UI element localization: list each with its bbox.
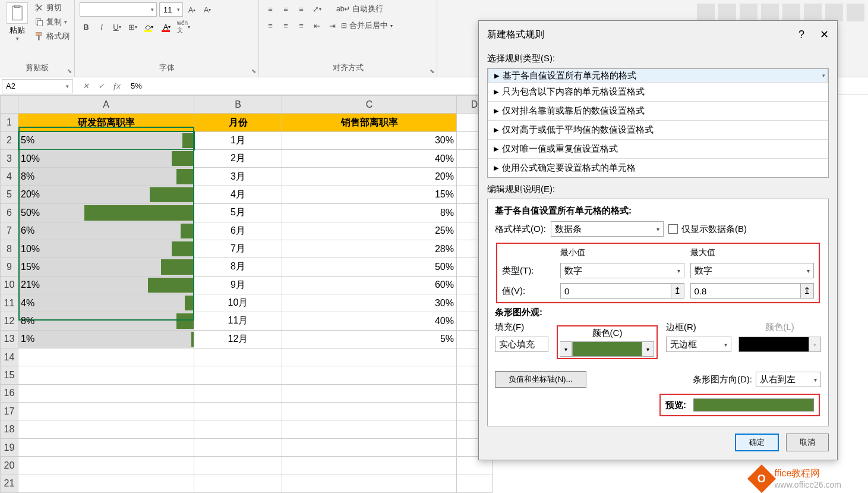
row-header[interactable]: 7 [1,222,18,240]
min-value-input[interactable]: 0 [560,283,671,299]
cell[interactable] [194,438,282,456]
row-header[interactable]: 9 [1,258,18,276]
cell[interactable] [282,438,457,456]
cell[interactable] [18,457,194,475]
font-size-select[interactable]: 11 [159,2,183,17]
cell[interactable]: 1月 [194,131,282,149]
row-header[interactable]: 19 [1,438,18,456]
row-header[interactable]: 13 [1,330,18,348]
wrap-text-button[interactable]: ab↵自动换行 [336,4,383,14]
cell[interactable]: 2月 [194,150,282,168]
cell[interactable]: 25% [282,222,457,240]
cell[interactable]: 50% [18,204,194,222]
negative-axis-button[interactable]: 负值和坐标轴(N)... [495,371,586,388]
cell[interactable]: 10% [18,240,194,258]
fill-color-button[interactable]: ◇▾ [141,20,157,33]
row-header[interactable]: 21 [1,475,18,492]
cell[interactable]: 10% [18,150,194,168]
cell[interactable]: 30% [282,294,457,312]
min-ref-button[interactable]: ↥ [671,283,684,299]
ribbon-icon[interactable] [825,4,843,21]
cell[interactable]: 40% [282,150,457,168]
select-all-corner[interactable] [1,96,18,114]
rule-type-item[interactable]: ▶ 仅对唯一值或重复值设置格式 [488,140,828,159]
cell[interactable]: 8% [282,204,457,222]
rule-type-list[interactable]: ▶ 基于各自值设置所有单元格的格式▶ 只为包含以下内容的单元格设置格式▶ 仅对排… [487,68,829,178]
fill-select[interactable]: 实心填充 [495,337,548,352]
cell[interactable] [18,475,194,492]
cell[interactable]: 3月 [194,168,282,186]
row-header[interactable]: 14 [1,348,18,366]
cell[interactable]: 60% [282,276,457,294]
fx-icon[interactable]: ƒx [111,81,122,90]
align-right-icon[interactable]: ≡ [295,19,308,32]
border-button[interactable]: ⊞▾ [126,20,139,33]
row-header[interactable]: 15 [1,366,18,384]
rule-type-item[interactable]: ▶ 仅对排名靠前或靠后的数值设置格式 [488,102,828,121]
indent-increase-icon[interactable]: ⇥ [326,19,339,32]
cell[interactable]: 50% [282,258,457,276]
border-select[interactable]: 无边框▾ [666,337,731,352]
cell[interactable]: 4月 [194,186,282,203]
cell[interactable] [18,384,194,402]
header-cell-c[interactable]: 销售部离职率 [282,114,457,131]
cell[interactable]: 9月 [194,276,282,294]
rule-type-item[interactable]: ▶ 基于各自值设置所有单元格的格式 [488,68,828,83]
row-header[interactable]: 20 [1,457,18,475]
cell[interactable]: 15% [18,258,194,276]
cell[interactable] [282,384,457,402]
cell[interactable]: 5% [282,330,457,348]
cell[interactable]: 5月 [194,204,282,222]
show-bar-only-checkbox[interactable]: 仅显示数据条(B) [668,224,747,235]
row-header[interactable]: 8 [1,240,18,258]
align-left-icon[interactable]: ≡ [264,19,277,32]
row-header[interactable]: 4 [1,168,18,186]
color-dd[interactable]: ▾ [642,341,654,357]
cell[interactable]: 40% [282,312,457,330]
close-icon[interactable]: ✕ [820,28,829,41]
ribbon-icon[interactable] [847,4,864,21]
cell[interactable] [282,457,457,475]
cell[interactable] [18,420,194,438]
row-header[interactable]: 17 [1,403,18,420]
cell[interactable]: 5% [18,131,194,149]
cell[interactable] [282,366,457,384]
ok-button[interactable]: 确定 [735,434,779,451]
align-center-icon[interactable]: ≡ [279,19,292,32]
max-type-select[interactable]: 数字▾ [690,263,815,278]
row-header[interactable]: 12 [1,312,18,330]
enter-formula-icon[interactable]: ✓ [95,81,107,90]
clipboard-launcher[interactable]: ⬊ [67,68,72,74]
ribbon-icon[interactable] [697,4,715,21]
cell[interactable] [194,366,282,384]
cell[interactable]: 8% [18,312,194,330]
ribbon-icon[interactable] [804,4,822,21]
col-header-b[interactable]: B [194,96,282,114]
cell[interactable] [194,475,282,492]
merge-center-button[interactable]: ⊟合并后居中 ▾ [341,20,393,31]
copy-button[interactable]: 复制 ▾ [34,17,70,27]
cell[interactable]: 11月 [194,312,282,330]
row-header[interactable]: 1 [1,114,18,131]
cell[interactable]: 8月 [194,258,282,276]
cell[interactable]: 28% [282,240,457,258]
cell[interactable] [457,475,493,492]
paste-button[interactable]: 粘贴 ▾ [5,2,30,42]
cell[interactable]: 10月 [194,294,282,312]
min-type-select[interactable]: 数字▾ [560,263,684,278]
cell[interactable] [18,438,194,456]
cut-button[interactable]: 剪切 [34,2,70,13]
format-painter-button[interactable]: 格式刷 [34,31,70,42]
rule-type-item[interactable]: ▶ 使用公式确定要设置格式的单元格 [488,159,828,177]
cancel-formula-icon[interactable]: ✕ [80,81,91,90]
row-header[interactable]: 6 [1,204,18,222]
ribbon-icon[interactable] [761,4,779,21]
cell[interactable]: 8% [18,168,194,186]
align-middle-icon[interactable]: ≡ [279,2,292,15]
decrease-font-icon[interactable]: A▾ [201,3,214,16]
italic-button[interactable]: I [95,20,108,33]
font-launcher[interactable]: ⬊ [251,68,256,74]
cell[interactable]: 7月 [194,240,282,258]
max-value-input[interactable]: 0.8 [690,283,801,299]
ribbon-icon[interactable] [718,4,736,21]
